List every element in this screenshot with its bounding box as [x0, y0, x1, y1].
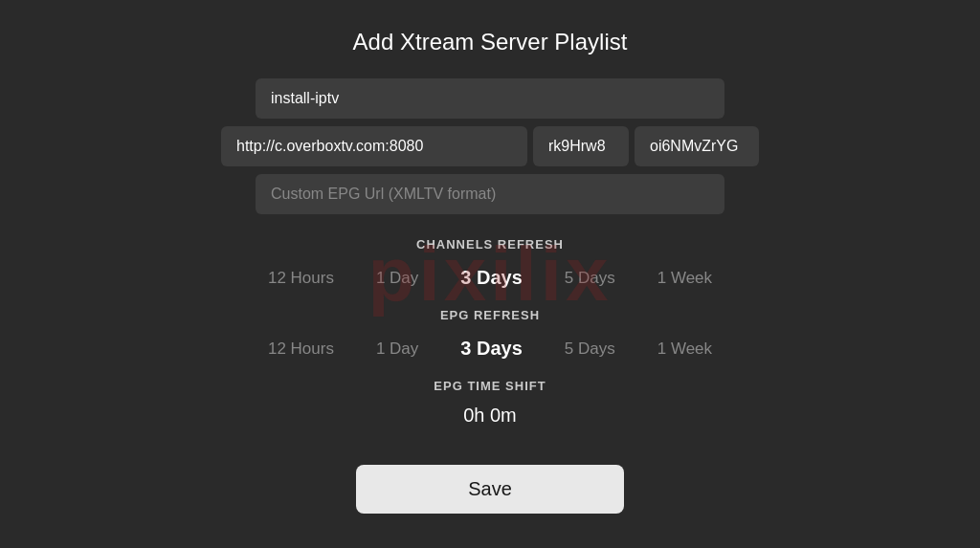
channels-5d[interactable]: 5 Days	[557, 265, 623, 292]
epg-1w[interactable]: 1 Week	[650, 336, 720, 362]
channels-1d[interactable]: 1 Day	[368, 265, 426, 292]
epg-time-shift-section: EPG TIME SHIFT 0h 0m	[434, 379, 546, 427]
channels-1w[interactable]: 1 Week	[650, 265, 720, 292]
channels-12h[interactable]: 12 Hours	[260, 265, 342, 292]
page-title: Add Xtream Server Playlist	[353, 29, 628, 55]
form-container: CHANNELS REFRESH 12 Hours 1 Day 3 Days 5…	[0, 78, 980, 514]
epg-12h[interactable]: 12 Hours	[260, 336, 342, 362]
epg-time-shift-label: EPG TIME SHIFT	[434, 379, 546, 393]
username-input[interactable]	[533, 126, 629, 166]
epg-refresh-label: EPG REFRESH	[260, 308, 720, 322]
name-row	[256, 78, 724, 119]
epg-5d[interactable]: 5 Days	[557, 336, 623, 362]
password-input[interactable]	[635, 126, 759, 166]
epg-3d[interactable]: 3 Days	[453, 334, 530, 363]
channels-refresh-section: CHANNELS REFRESH 12 Hours 1 Day 3 Days 5…	[260, 237, 720, 308]
channels-refresh-label: CHANNELS REFRESH	[260, 237, 720, 252]
epg-url-row	[256, 174, 724, 230]
epg-refresh-options: 12 Hours 1 Day 3 Days 5 Days 1 Week	[260, 334, 720, 363]
server-row	[221, 126, 759, 166]
epg-time-shift-value: 0h 0m	[463, 405, 517, 427]
channels-refresh-options: 12 Hours 1 Day 3 Days 5 Days 1 Week	[260, 263, 720, 293]
epg-refresh-section: EPG REFRESH 12 Hours 1 Day 3 Days 5 Days…	[260, 308, 720, 379]
channels-3d[interactable]: 3 Days	[453, 263, 530, 293]
epg-1d[interactable]: 1 Day	[368, 336, 426, 362]
save-button[interactable]: Save	[356, 465, 624, 514]
name-input[interactable]	[256, 78, 724, 119]
url-input[interactable]	[221, 126, 527, 166]
epg-url-input[interactable]	[256, 174, 724, 214]
